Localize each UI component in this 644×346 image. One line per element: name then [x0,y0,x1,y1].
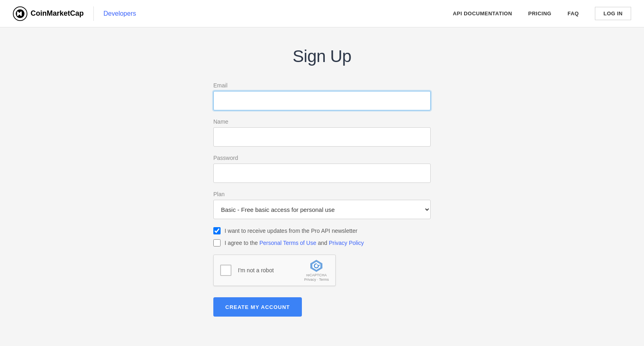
password-group: Password [213,155,431,183]
terms-and: and [316,240,329,246]
recaptcha-text: I'm not a robot [238,267,300,273]
name-input[interactable] [213,127,431,147]
brand-name-text: CoinMarketCap [31,9,84,18]
coinmarketcap-logo-icon [13,6,27,21]
login-button[interactable]: LOG IN [595,7,631,20]
terms-checkbox[interactable] [213,239,221,247]
privacy-link[interactable]: Privacy Policy [329,240,364,246]
nav-api-docs[interactable]: API DOCUMENTATION [453,10,512,17]
name-label: Name [213,118,431,125]
navbar: CoinMarketCap Developers API DOCUMENTATI… [0,0,644,27]
plan-label: Plan [213,191,431,197]
email-input[interactable] [213,91,431,110]
page-title: Sign Up [293,47,351,66]
recaptcha-brand-text: reCAPTCHAPrivacy · Terms [304,273,329,282]
plan-select[interactable]: Basic - Free basic access for personal u… [213,200,431,219]
developers-link[interactable]: Developers [103,10,136,17]
create-account-button[interactable]: CREATE MY ACCOUNT [213,297,302,317]
newsletter-checkbox[interactable] [213,227,221,234]
terms-link[interactable]: Personal Terms of Use [259,240,316,246]
terms-label: I agree to the Personal Terms of Use and… [225,240,364,246]
signup-form: Email Name Password Plan Basic - Free ba… [213,82,431,317]
recaptcha-logo-icon [309,259,324,273]
navbar-right: API DOCUMENTATION PRICING FAQ LOG IN [453,7,631,20]
recaptcha-widget[interactable]: I'm not a robot reCAPTCHAPrivacy · Terms [213,255,336,286]
recaptcha-checkbox[interactable] [220,265,231,276]
svg-point-0 [13,6,27,20]
nav-faq[interactable]: FAQ [568,10,579,17]
navbar-divider [93,6,94,21]
email-group: Email [213,82,431,110]
recaptcha-logo-area: reCAPTCHAPrivacy · Terms [304,259,329,282]
plan-group: Plan Basic - Free basic access for perso… [213,191,431,219]
main-content: Sign Up Email Name Password Plan Basic -… [0,27,644,341]
password-label: Password [213,155,431,161]
terms-prefix: I agree to the [225,240,259,246]
terms-checkbox-item: I agree to the Personal Terms of Use and… [213,239,431,247]
name-group: Name [213,118,431,147]
newsletter-label: I want to receive updates from the Pro A… [225,228,357,234]
newsletter-checkbox-item: I want to receive updates from the Pro A… [213,227,431,234]
checkbox-group: I want to receive updates from the Pro A… [213,227,431,247]
nav-pricing[interactable]: PRICING [528,10,551,17]
email-label: Email [213,82,431,89]
password-input[interactable] [213,164,431,183]
brand-logo[interactable]: CoinMarketCap [13,6,84,21]
